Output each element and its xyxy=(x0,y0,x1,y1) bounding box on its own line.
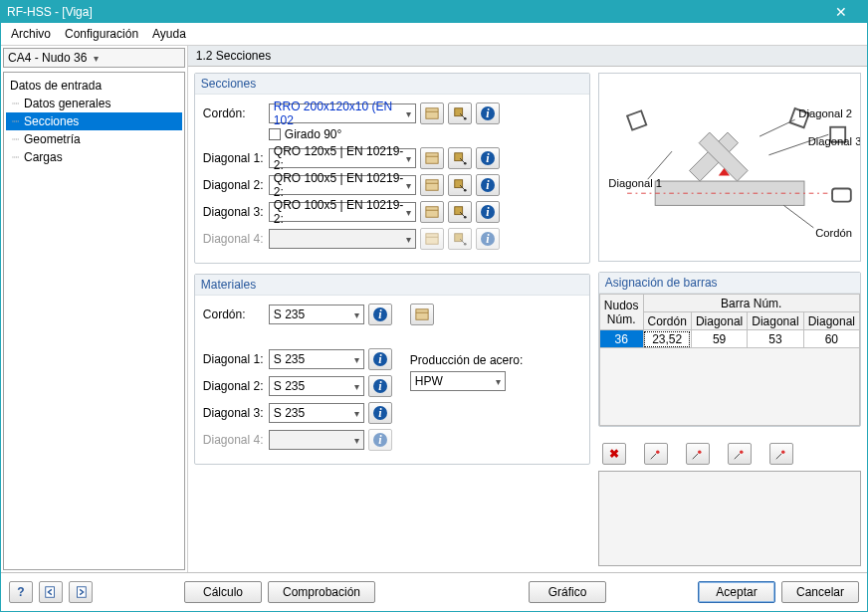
svg-line-31 xyxy=(648,151,672,179)
sec-select-3[interactable]: QRO 100x5 | EN 10219-2:▾ xyxy=(269,202,416,222)
mat-info-2[interactable]: i xyxy=(368,375,392,397)
svg-rect-4 xyxy=(426,153,438,164)
sec-select-0[interactable]: RRO 200x120x10 (EN 102▾ xyxy=(269,103,416,123)
cell-d3[interactable]: 60 xyxy=(803,330,859,348)
chevron-down-icon: ▾ xyxy=(354,435,359,446)
mat-info-0[interactable]: i xyxy=(368,304,392,325)
cancelar-button[interactable]: Cancelar xyxy=(781,581,859,603)
sec-pick-0[interactable] xyxy=(448,102,472,124)
sec-lib-3[interactable] xyxy=(420,201,444,223)
window-title: RF-HSS - [Viga] xyxy=(7,5,821,19)
mat-select-2[interactable]: S 235▾ xyxy=(269,376,364,396)
sec-pick-3[interactable] xyxy=(448,201,472,223)
mat-label-4: Diagonal 4: xyxy=(203,433,265,447)
sec-label-4: Diagonal 4: xyxy=(203,232,265,246)
th-cordon: Cordón xyxy=(643,312,691,330)
svg-point-15 xyxy=(464,216,467,219)
joint-preview: Diagonal 1 Diagonal 2 Diagonal 3 Cordón xyxy=(598,73,861,262)
mat-select-3[interactable]: S 235▾ xyxy=(269,403,364,423)
tree-root[interactable]: Datos de entrada xyxy=(6,77,182,95)
next-page-button[interactable] xyxy=(69,581,93,603)
chevron-down-icon: ▾ xyxy=(354,354,359,365)
tree-item-datos-generales[interactable]: Datos generales xyxy=(6,95,182,112)
mat-select-4: ▾ xyxy=(269,430,364,450)
asign-table[interactable]: Nudos Núm. Barra Núm. Cordón Diagonal Di… xyxy=(599,294,860,348)
sec-pick-4 xyxy=(448,228,472,250)
sec-select-2[interactable]: QRO 100x5 | EN 10219-2:▾ xyxy=(269,175,416,195)
pick-cordon-button[interactable] xyxy=(644,443,668,465)
mat-info-1[interactable]: i xyxy=(368,348,392,370)
svg-point-19 xyxy=(464,243,467,246)
chevron-down-icon: ▾ xyxy=(406,180,411,191)
mat-select-0[interactable]: S 235▾ xyxy=(269,305,364,324)
sec-label-0: Cordón: xyxy=(203,106,265,120)
panel-title: 1.2 Secciones xyxy=(188,46,867,67)
delete-row-button[interactable]: ✖ xyxy=(602,443,626,465)
sec-pick-1[interactable] xyxy=(448,147,472,169)
cell-cordon[interactable]: 23,52 xyxy=(643,330,691,348)
prod-select[interactable]: HPW ▾ xyxy=(410,371,506,391)
svg-rect-20 xyxy=(416,309,428,320)
cell-nudo[interactable]: 36 xyxy=(599,330,643,348)
sec-pick-2[interactable] xyxy=(448,174,472,196)
svg-line-32 xyxy=(760,119,795,136)
th-d3: Diagonal xyxy=(803,312,859,330)
sec-lib-2[interactable] xyxy=(420,174,444,196)
sec-select-1[interactable]: QRO 120x5 | EN 10219-2:▾ xyxy=(269,148,416,168)
library-button[interactable] xyxy=(410,304,434,325)
tree-item-secciones[interactable]: Secciones xyxy=(6,112,182,130)
group-asignacion-title: Asignación de barras xyxy=(599,273,860,294)
sec-info-1[interactable]: i xyxy=(476,147,500,169)
svg-rect-12 xyxy=(426,207,438,218)
mat-info-3[interactable]: i xyxy=(368,402,392,424)
mat-info-4: i xyxy=(368,429,392,451)
tree-item-geometría[interactable]: Geometría xyxy=(6,130,182,148)
chevron-down-icon: ▾ xyxy=(496,376,501,387)
sec-label-1: Diagonal 1: xyxy=(203,151,265,165)
grafico-button[interactable]: Gráfico xyxy=(529,581,606,603)
cell-d1[interactable]: 59 xyxy=(691,330,747,348)
menu-ayuda[interactable]: Ayuda xyxy=(146,25,192,43)
mat-label-1: Diagonal 1: xyxy=(203,352,265,366)
pick-d1-button[interactable] xyxy=(686,443,710,465)
calculo-button[interactable]: Cálculo xyxy=(184,581,262,603)
pick-d2-button[interactable] xyxy=(728,443,752,465)
group-secciones: Secciones Cordón:RRO 200x120x10 (EN 102▾… xyxy=(194,73,590,264)
tree-item-cargas[interactable]: Cargas xyxy=(6,148,182,166)
prev-page-button[interactable] xyxy=(39,581,63,603)
menu-archivo[interactable]: Archivo xyxy=(5,25,57,43)
asign-toolbar: ✖ xyxy=(598,437,861,471)
girado-checkbox[interactable] xyxy=(269,128,281,140)
chevron-down-icon: ▾ xyxy=(354,381,359,392)
sec-lib-1[interactable] xyxy=(420,147,444,169)
help-button[interactable]: ? xyxy=(9,581,33,603)
sec-info-3[interactable]: i xyxy=(476,201,500,223)
svg-rect-8 xyxy=(426,180,438,191)
svg-point-37 xyxy=(740,451,744,455)
preview-label-d2: Diagonal 2 xyxy=(798,107,852,119)
svg-rect-39 xyxy=(46,587,55,598)
mat-select-1[interactable]: S 235▾ xyxy=(269,349,364,369)
svg-rect-29 xyxy=(832,189,851,202)
close-icon[interactable]: ✕ xyxy=(821,4,861,20)
girado-label: Girado 90° xyxy=(285,127,342,141)
case-selector-value: CA4 - Nudo 36 xyxy=(8,51,94,65)
sec-info-0[interactable]: i xyxy=(476,102,500,124)
svg-point-7 xyxy=(464,162,467,165)
chevron-down-icon: ▾ xyxy=(406,153,411,164)
pick-d3-button[interactable] xyxy=(769,443,793,465)
table-empty-area xyxy=(599,348,860,426)
svg-point-3 xyxy=(464,117,467,120)
svg-point-11 xyxy=(464,189,467,192)
cell-d2[interactable]: 53 xyxy=(748,330,803,348)
sec-info-2[interactable]: i xyxy=(476,174,500,196)
case-selector[interactable]: CA4 - Nudo 36 ▾ xyxy=(3,48,185,68)
aceptar-button[interactable]: Aceptar xyxy=(698,581,775,603)
notes-area xyxy=(598,471,861,566)
preview-label-cordon: Cordón xyxy=(815,227,852,239)
comprobacion-button[interactable]: Comprobación xyxy=(268,581,375,603)
sec-lib-0[interactable] xyxy=(420,102,444,124)
menu-configuracion[interactable]: Configuración xyxy=(59,25,144,43)
svg-point-36 xyxy=(698,451,702,455)
svg-point-35 xyxy=(656,451,660,455)
